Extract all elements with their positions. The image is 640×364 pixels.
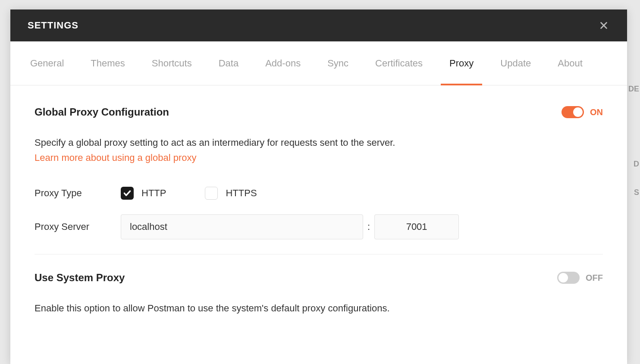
close-icon[interactable] [598,19,610,31]
tab-shortcuts[interactable]: Shortcuts [151,41,193,85]
proxy-host-input[interactable] [121,214,363,239]
server-inputs: : [121,214,459,239]
toggle-knob [558,273,568,282]
tab-sync[interactable]: Sync [326,41,349,85]
global-proxy-toggle-wrap: ON [562,106,603,118]
settings-modal: SETTINGS General Themes Shortcuts Data A… [10,9,627,364]
proxy-server-label: Proxy Server [35,221,121,232]
https-checkbox[interactable] [205,187,218,200]
tab-proxy[interactable]: Proxy [449,41,474,85]
proxy-server-row: Proxy Server : [35,214,603,239]
http-checkbox[interactable] [121,187,134,200]
global-proxy-description: Specify a global proxy setting to act as… [35,135,603,151]
tabs-bar: General Themes Shortcuts Data Add-ons Sy… [10,41,627,85]
colon-separator: : [367,221,370,232]
http-checkbox-item: HTTP [121,187,166,200]
tab-about[interactable]: About [557,41,584,85]
global-proxy-toggle[interactable] [562,106,584,118]
system-proxy-title: Use System Proxy [35,272,125,284]
http-checkbox-label: HTTP [141,188,166,199]
tab-themes[interactable]: Themes [90,41,125,85]
modal-title: SETTINGS [28,20,78,31]
system-proxy-description: Enable this option to allow Postman to u… [35,300,603,316]
proxy-port-input[interactable] [374,214,459,239]
global-proxy-header: Global Proxy Configuration ON [35,106,603,118]
tab-general[interactable]: General [29,41,65,85]
toggle-knob [573,107,583,117]
proxy-type-label: Proxy Type [35,188,121,199]
tab-addons[interactable]: Add-ons [264,41,301,85]
system-proxy-toggle-wrap: OFF [557,272,603,284]
learn-more-link[interactable]: Learn more about using a global proxy [35,152,196,163]
tab-certificates[interactable]: Certificates [374,41,424,85]
https-checkbox-item: HTTPS [205,187,257,200]
global-proxy-toggle-label: ON [590,107,603,117]
system-proxy-header: Use System Proxy OFF [35,272,603,284]
global-proxy-title: Global Proxy Configuration [35,106,169,118]
proxy-type-checkbox-group: HTTP HTTPS [121,187,257,200]
modal-header: SETTINGS [10,9,627,41]
section-divider [35,254,603,254]
tab-data[interactable]: Data [218,41,239,85]
system-proxy-toggle[interactable] [557,272,580,284]
https-checkbox-label: HTTPS [226,188,257,199]
system-proxy-toggle-label: OFF [586,273,603,283]
proxy-type-row: Proxy Type HTTP HTTPS [35,187,603,200]
content-area: Global Proxy Configuration ON Specify a … [10,85,627,364]
tab-update[interactable]: Update [499,41,532,85]
